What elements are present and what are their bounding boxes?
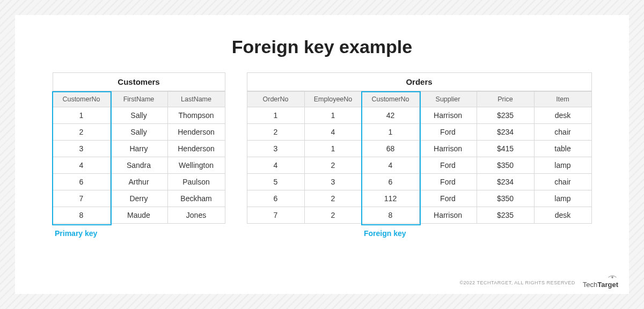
table-cell: Ford — [419, 124, 477, 141]
table-cell: Harrison — [419, 141, 477, 157]
table-cell: Jones — [167, 207, 225, 224]
table-row: 3168Harrison$415table — [247, 141, 591, 157]
table-cell: Thompson — [167, 107, 225, 124]
page-title: Foreign key example — [45, 36, 599, 57]
orders-table-wrap: Orders OrderNoEmployeeNoCustomerNoSuppli… — [247, 72, 592, 238]
table-cell: $235 — [477, 107, 534, 124]
table-row: 728Harrison$235desk — [247, 207, 591, 224]
table-cell: 2 — [53, 124, 110, 141]
table-row: 62112Ford$350lamp — [247, 190, 591, 207]
table-row: 3HarryHenderson — [53, 141, 225, 157]
table-cell: Beckham — [167, 190, 225, 207]
table-cell: table — [534, 141, 591, 157]
table-row: 4SandraWellington — [53, 157, 225, 174]
table-cell: 6 — [362, 174, 419, 190]
table-cell: Harrison — [419, 107, 477, 124]
table-cell: Ford — [419, 190, 477, 207]
table-cell: Sally — [110, 107, 167, 124]
table-row: 6ArthurPaulson — [53, 174, 225, 190]
eye-icon — [608, 275, 617, 279]
table-cell: desk — [534, 207, 591, 224]
table-cell: Ford — [419, 174, 477, 190]
table-cell: Henderson — [167, 141, 225, 157]
footer: ©2022 TECHTARGET, ALL RIGHTS RESERVED Te… — [459, 276, 618, 289]
table-row: 536Ford$234chair — [247, 174, 591, 190]
table-head-row: OrderNoEmployeeNoCustomerNoSupplierPrice… — [247, 92, 591, 107]
table-cell: Sandra — [110, 157, 167, 174]
column-header: Price — [477, 92, 534, 107]
table-cell: 5 — [247, 174, 304, 190]
table-cell: 3 — [247, 141, 304, 157]
table-cell: 2 — [247, 124, 304, 141]
table-cell: 68 — [362, 141, 419, 157]
table-cell: Henderson — [167, 124, 225, 141]
table-cell: lamp — [534, 157, 591, 174]
table-row: 424Ford$350lamp — [247, 157, 591, 174]
tables-row: Customers CustomerNoFirstNameLastName 1S… — [45, 72, 599, 238]
table-cell: Paulson — [167, 174, 225, 190]
table-cell: Maude — [110, 207, 167, 224]
page: Foreign key example Customers CustomerNo… — [0, 0, 644, 309]
table-cell: 6 — [247, 190, 304, 207]
table-cell: 3 — [304, 174, 362, 190]
column-header: EmployeeNo — [304, 92, 362, 107]
column-header: OrderNo — [247, 92, 304, 107]
table-cell: 1 — [247, 107, 304, 124]
column-header: CustomerNo — [362, 92, 419, 107]
table-cell: Arthur — [110, 174, 167, 190]
table-cell: 4 — [362, 157, 419, 174]
table-row: 1142Harrison$235desk — [247, 107, 591, 124]
orders-table: Orders OrderNoEmployeeNoCustomerNoSuppli… — [247, 72, 592, 224]
table-cell: 1 — [362, 124, 419, 141]
foreign-key-label: Foreign key — [364, 229, 592, 238]
table-cell: 112 — [362, 190, 419, 207]
customers-caption: Customers — [53, 72, 225, 91]
table-cell: 2 — [304, 190, 362, 207]
table-cell: 8 — [362, 207, 419, 224]
column-header: CustomerNo — [53, 92, 110, 107]
table-cell: Wellington — [167, 157, 225, 174]
table-cell: 4 — [304, 124, 362, 141]
brand-light: Tech — [583, 281, 597, 289]
table-cell: desk — [534, 107, 591, 124]
content-card: Foreign key example Customers CustomerNo… — [15, 15, 629, 294]
brand-logo: TechTarget — [583, 276, 618, 289]
table-cell: 1 — [53, 107, 110, 124]
table-cell: $234 — [477, 174, 534, 190]
svg-point-0 — [611, 276, 613, 278]
table-cell: 6 — [53, 174, 110, 190]
table-cell: 8 — [53, 207, 110, 224]
column-header: LastName — [167, 92, 225, 107]
table-cell: Harrison — [419, 207, 477, 224]
table-head-row: CustomerNoFirstNameLastName — [53, 92, 225, 107]
customers-table: Customers CustomerNoFirstNameLastName 1S… — [53, 72, 225, 224]
primary-key-label: Primary key — [55, 229, 225, 238]
table-cell: lamp — [534, 190, 591, 207]
table-cell: $350 — [477, 157, 534, 174]
table-cell: 42 — [362, 107, 419, 124]
table-row: 1SallyThompson — [53, 107, 225, 124]
column-header: FirstName — [110, 92, 167, 107]
table-row: 7DerryBeckham — [53, 190, 225, 207]
table-cell: chair — [534, 124, 591, 141]
table-cell: 2 — [304, 207, 362, 224]
table-row: 8MaudeJones — [53, 207, 225, 224]
table-cell: chair — [534, 174, 591, 190]
table-cell: Ford — [419, 157, 477, 174]
column-header: Supplier — [419, 92, 477, 107]
orders-caption: Orders — [247, 72, 592, 91]
table-cell: 3 — [53, 141, 110, 157]
table-cell: Harry — [110, 141, 167, 157]
table-cell: $415 — [477, 141, 534, 157]
copyright-text: ©2022 TECHTARGET, ALL RIGHTS RESERVED — [459, 280, 575, 285]
customers-table-wrap: Customers CustomerNoFirstNameLastName 1S… — [53, 72, 225, 238]
table-cell: 1 — [304, 107, 362, 124]
table-cell: $235 — [477, 207, 534, 224]
table-cell: $350 — [477, 190, 534, 207]
table-cell: 4 — [53, 157, 110, 174]
table-cell: Sally — [110, 124, 167, 141]
column-header: Item — [534, 92, 591, 107]
table-cell: 2 — [304, 157, 362, 174]
table-cell: 4 — [247, 157, 304, 174]
table-cell: Derry — [110, 190, 167, 207]
